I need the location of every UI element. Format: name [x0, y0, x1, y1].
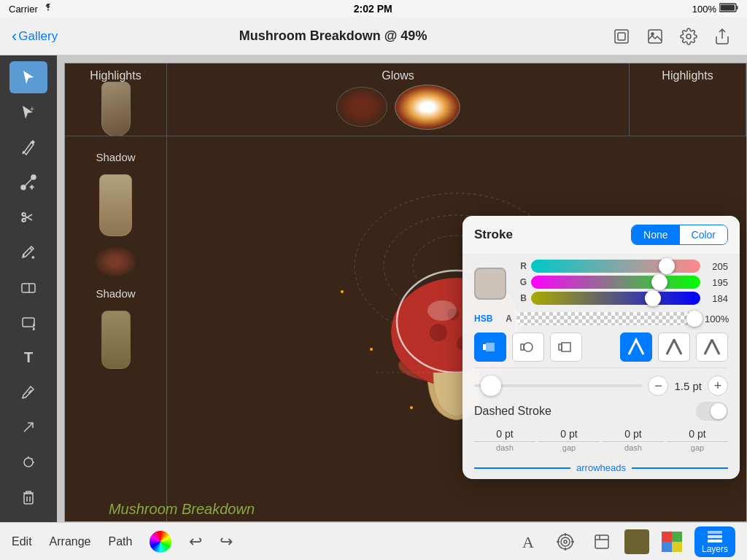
tool-select-add[interactable]: + — [9, 96, 47, 128]
svg-rect-23 — [24, 494, 33, 504]
gallery-back-button[interactable]: Gallery — [12, 27, 58, 46]
edit-menu[interactable]: Edit — [12, 535, 32, 548]
top-bar-actions — [608, 23, 735, 50]
stroke-toggle-color[interactable]: Color — [680, 225, 727, 244]
b-value: 184 — [705, 293, 728, 304]
stroke-width-slider[interactable] — [474, 384, 642, 387]
tool-select[interactable] — [9, 61, 47, 93]
gap2-input[interactable] — [667, 427, 728, 442]
svg-point-14 — [23, 219, 26, 222]
stroke-width-minus[interactable]: − — [648, 376, 668, 396]
b-slider[interactable] — [531, 292, 700, 305]
svg-rect-60 — [708, 540, 722, 542]
tool-eraser[interactable] — [9, 271, 47, 303]
status-left: Carrier — [9, 4, 54, 15]
cap-square-button[interactable] — [550, 332, 582, 362]
layers-label: Layers — [702, 544, 728, 554]
redo-button[interactable]: ↪ — [220, 532, 233, 551]
dashed-stroke-row: Dashed Stroke — [474, 402, 728, 421]
svg-rect-44 — [562, 343, 570, 351]
tool-node[interactable]: + — [9, 166, 47, 198]
tool-delete[interactable] — [9, 481, 47, 513]
join-bevel-button[interactable] — [696, 332, 728, 362]
palette-button[interactable] — [658, 528, 686, 556]
color-fill-button[interactable] — [624, 529, 649, 554]
share-button[interactable] — [709, 23, 735, 50]
color-wheel[interactable] — [150, 531, 171, 553]
tool-pen[interactable] — [9, 131, 47, 163]
tool-transform[interactable] — [9, 446, 47, 478]
arrange-menu[interactable]: Arrange — [50, 535, 91, 548]
target-button[interactable] — [551, 528, 579, 556]
shadow-label-2: Shadow — [96, 287, 135, 300]
dash2-label: dash — [624, 443, 642, 452]
join-miter-button[interactable] — [620, 332, 652, 362]
canvas-area[interactable]: Highlights Glows — [57, 55, 747, 522]
cap-flat-button[interactable] — [474, 332, 506, 362]
text-tool-button[interactable]: A — [515, 528, 543, 556]
tool-pencil[interactable]: • — [9, 236, 47, 268]
dash-inputs: dash gap dash gap — [474, 427, 728, 452]
tool-export[interactable] — [9, 411, 47, 443]
join-round-button[interactable] — [658, 332, 690, 362]
stroke-toggle-none[interactable]: None — [632, 225, 679, 244]
dash2-input[interactable] — [603, 427, 664, 442]
svg-point-13 — [23, 213, 26, 216]
stroke-toggle-group: None Color — [631, 225, 728, 245]
status-right: 100% — [692, 3, 738, 15]
arrowheads-label[interactable]: arrowheads — [576, 462, 626, 473]
svg-rect-42 — [521, 344, 524, 350]
svg-rect-54 — [662, 532, 672, 542]
r-slider[interactable] — [531, 260, 700, 273]
svg-rect-58 — [708, 531, 722, 534]
image-button[interactable] — [642, 23, 668, 50]
tool-eyedropper[interactable] — [9, 376, 47, 408]
svg-text:;: ; — [33, 322, 35, 330]
stroke-panel-header: Stroke None Color — [462, 216, 740, 254]
top-bar-left: Gallery — [12, 27, 58, 46]
undo-button[interactable]: ↩ — [189, 532, 202, 551]
svg-point-47 — [561, 537, 570, 546]
chevron-left-icon — [12, 27, 17, 46]
dashed-stroke-toggle[interactable] — [696, 402, 728, 421]
dash1-input[interactable] — [474, 427, 535, 442]
carrier-label: Carrier — [9, 4, 38, 15]
tool-text[interactable]: T — [9, 341, 47, 373]
svg-rect-39 — [483, 344, 486, 350]
artwork-title: Mushroom Breakdown — [109, 501, 255, 518]
svg-rect-5 — [649, 30, 662, 43]
gap1-input[interactable] — [538, 427, 600, 442]
shadow-label-1: Shadow — [96, 151, 135, 163]
join-cap-row — [474, 332, 728, 368]
b-label: B — [515, 293, 527, 303]
g-slider[interactable] — [531, 276, 700, 289]
a-value: 100% — [705, 314, 728, 324]
stroke-panel-title: Stroke — [474, 228, 513, 242]
tool-scissors[interactable] — [9, 201, 47, 233]
canvas-button[interactable] — [588, 528, 616, 556]
path-menu[interactable]: Path — [109, 535, 133, 548]
hsb-label[interactable]: HSB — [474, 314, 493, 324]
svg-rect-17 — [22, 284, 35, 292]
svg-point-7 — [686, 34, 691, 39]
stroke-width-plus[interactable]: + — [708, 376, 728, 396]
gallery-label: Gallery — [18, 29, 58, 44]
arrow-line-left — [474, 467, 570, 469]
stroke-color-swatch[interactable] — [474, 268, 506, 300]
frame-button[interactable] — [608, 23, 635, 50]
a-slider[interactable] — [516, 312, 700, 325]
svg-rect-57 — [672, 542, 682, 552]
tool-rectangle[interactable]: ; — [9, 306, 47, 338]
top-bar: Gallery Mushroom Breakdown @ 49% — [0, 18, 747, 55]
svg-text:+: + — [30, 184, 34, 190]
svg-rect-2 — [737, 6, 738, 9]
settings-button[interactable] — [676, 23, 702, 50]
cap-round-button[interactable] — [512, 332, 544, 362]
svg-rect-59 — [708, 535, 722, 538]
svg-rect-53 — [595, 535, 608, 548]
stroke-width-value: 1.5 pt — [674, 380, 702, 392]
svg-point-46 — [558, 534, 573, 549]
battery-icon — [719, 3, 738, 15]
wifi-icon — [42, 4, 54, 15]
layers-button[interactable]: Layers — [694, 526, 735, 557]
